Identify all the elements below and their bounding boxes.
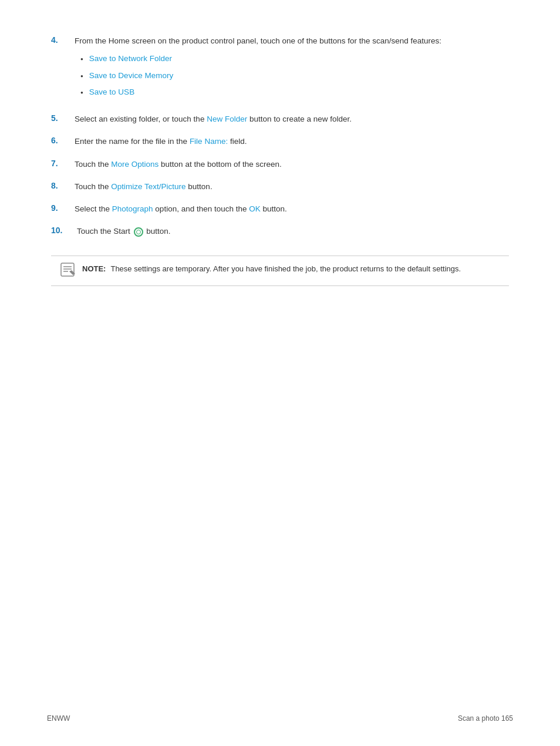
svg-rect-0 xyxy=(61,263,74,276)
step-10: 10. Touch the Start button. xyxy=(51,226,509,237)
step-9: 9. Select the Photograph option, and the… xyxy=(51,203,509,215)
step-9-text-before: Select the xyxy=(75,204,112,213)
step-10-content: Touch the Start button. xyxy=(77,226,509,237)
bullet-dot-1: ● xyxy=(80,56,83,63)
step-4-number: 4. xyxy=(51,35,75,45)
step-6-content: Enter the name for the file in the File … xyxy=(75,136,509,147)
bullet-dot-3: ● xyxy=(80,89,83,96)
save-to-network-folder-link[interactable]: Save to Network Folder xyxy=(89,53,172,65)
start-icon xyxy=(134,227,143,237)
new-folder-link[interactable]: New Folder xyxy=(207,115,247,123)
note-icon xyxy=(60,262,76,278)
step-6-text-before: Enter the name for the file in the xyxy=(75,137,190,146)
step-10-text-after: button. xyxy=(144,227,171,236)
step-7-content: Touch the More Options button at the bot… xyxy=(75,159,509,170)
more-options-link[interactable]: More Options xyxy=(111,160,158,169)
bullet-item-1: ● Save to Network Folder xyxy=(80,53,509,65)
step-10-text-before: Touch the Start xyxy=(77,227,133,236)
note-label: NOTE: xyxy=(82,264,106,273)
bullet-dot-2: ● xyxy=(80,73,83,80)
step-8-text-after: button. xyxy=(186,182,212,191)
step-5-number: 5. xyxy=(51,113,75,123)
step-4-text: From the Home screen on the product cont… xyxy=(75,36,441,45)
step-9-text-middle: option, and then touch the xyxy=(153,204,249,213)
photograph-link[interactable]: Photograph xyxy=(112,204,153,213)
step-10-number: 10. xyxy=(51,226,77,235)
save-to-device-memory-link[interactable]: Save to Device Memory xyxy=(89,70,173,82)
step-5: 5. Select an existing folder, or touch t… xyxy=(51,113,509,125)
footer: ENWW Scan a photo 165 xyxy=(47,714,513,723)
step-6-number: 6. xyxy=(51,136,75,145)
save-to-usb-link[interactable]: Save to USB xyxy=(89,86,134,98)
optimize-text-picture-link[interactable]: Optimize Text/Picture xyxy=(111,182,185,191)
ok-link[interactable]: OK xyxy=(249,204,261,213)
step-6-text-after: field. xyxy=(228,137,247,146)
step-7: 7. Touch the More Options button at the … xyxy=(51,159,509,170)
note-box: NOTE:These settings are temporary. After… xyxy=(51,256,509,286)
footer-left: ENWW xyxy=(47,714,70,723)
step-5-text-before: Select an existing folder, or touch the xyxy=(75,115,207,123)
bullet-item-3: ● Save to USB xyxy=(80,86,509,98)
page-container: 4. From the Home screen on the product c… xyxy=(0,0,560,746)
step-8: 8. Touch the Optimize Text/Picture butto… xyxy=(51,181,509,193)
step-7-text-after: button at the bottom of the screen. xyxy=(158,160,281,169)
step-4: 4. From the Home screen on the product c… xyxy=(51,35,509,103)
note-content: NOTE:These settings are temporary. After… xyxy=(82,263,461,275)
bullet-item-2: ● Save to Device Memory xyxy=(80,70,509,82)
step-7-number: 7. xyxy=(51,159,75,168)
note-text: These settings are temporary. After you … xyxy=(110,264,461,273)
step-4-content: From the Home screen on the product cont… xyxy=(75,35,509,103)
footer-right: Scan a photo 165 xyxy=(458,714,513,723)
file-name-link[interactable]: File Name: xyxy=(190,137,228,146)
step-9-text-end: button. xyxy=(261,204,287,213)
step-5-text-after: button to create a new folder. xyxy=(247,115,352,123)
content-area: 4. From the Home screen on the product c… xyxy=(51,35,509,286)
step-9-content: Select the Photograph option, and then t… xyxy=(75,203,509,215)
step-9-number: 9. xyxy=(51,203,75,213)
step-5-content: Select an existing folder, or touch the … xyxy=(75,113,509,125)
step-8-text-before: Touch the xyxy=(75,182,111,191)
step-8-number: 8. xyxy=(51,181,75,190)
step-7-text-before: Touch the xyxy=(75,160,111,169)
step-6: 6. Enter the name for the file in the Fi… xyxy=(51,136,509,147)
step-8-content: Touch the Optimize Text/Picture button. xyxy=(75,181,509,193)
step-4-bullets: ● Save to Network Folder ● Save to Devic… xyxy=(80,53,509,98)
